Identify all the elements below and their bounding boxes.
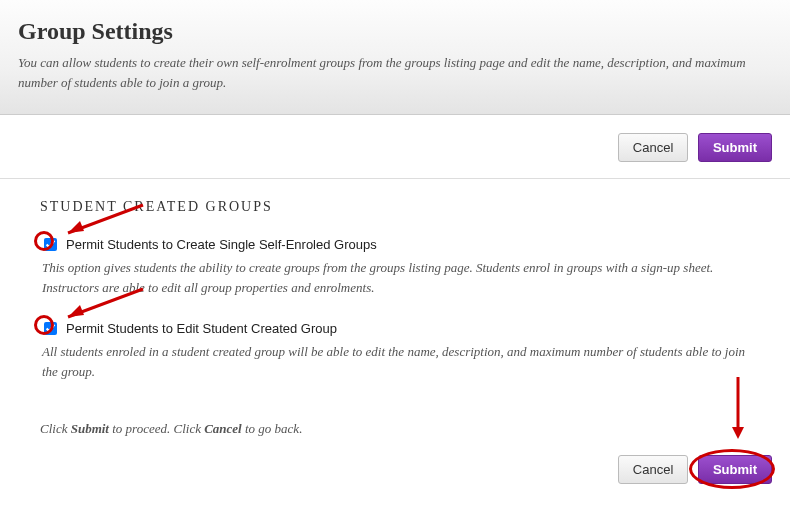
permit-edit-checkbox[interactable]: [44, 322, 57, 335]
instruction-submit-word: Submit: [71, 421, 109, 436]
permit-edit-label: Permit Students to Edit Student Created …: [66, 321, 337, 336]
instruction-middle: to proceed. Click: [109, 421, 204, 436]
instruction-cancel-word: Cancel: [204, 421, 242, 436]
option-block-2: Permit Students to Edit Student Created …: [40, 319, 750, 381]
button-row-bottom: Cancel Submit: [0, 447, 790, 498]
svg-marker-1: [68, 221, 84, 233]
cancel-button[interactable]: Cancel: [618, 133, 688, 162]
header-banner: Group Settings You can allow students to…: [0, 0, 790, 115]
submit-button[interactable]: Submit: [698, 455, 772, 484]
permit-create-description: This option gives students the ability t…: [42, 258, 750, 297]
section-heading: STUDENT CREATED GROUPS: [40, 199, 750, 215]
instruction-suffix: to go back.: [242, 421, 303, 436]
option-block-1: Permit Students to Create Single Self-En…: [40, 235, 750, 297]
svg-marker-3: [68, 305, 84, 317]
button-row-top: Cancel Submit: [0, 115, 790, 168]
page-title: Group Settings: [18, 18, 772, 45]
submit-button[interactable]: Submit: [698, 133, 772, 162]
permit-edit-description: All students enroled in a student create…: [42, 342, 750, 381]
cancel-button[interactable]: Cancel: [618, 455, 688, 484]
permit-create-label: Permit Students to Create Single Self-En…: [66, 237, 377, 252]
instruction-prefix: Click: [40, 421, 71, 436]
page-subtitle: You can allow students to create their o…: [18, 53, 772, 92]
permit-create-checkbox[interactable]: [44, 238, 57, 251]
instruction-text: Click Submit to proceed. Click Cancel to…: [40, 421, 750, 437]
content-area: STUDENT CREATED GROUPS Permit Students t…: [0, 179, 790, 447]
